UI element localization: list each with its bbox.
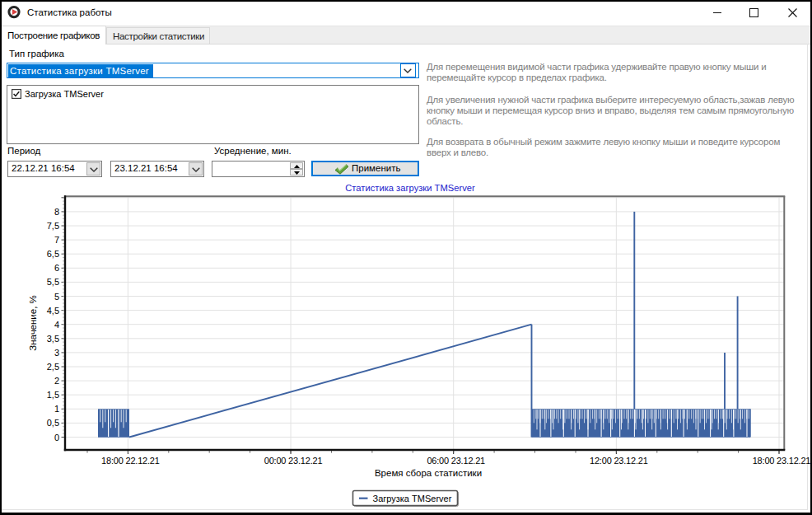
svg-text:7,5: 7,5: [47, 221, 59, 231]
svg-text:4,5: 4,5: [47, 306, 59, 316]
svg-text:3,5: 3,5: [47, 334, 59, 344]
svg-text:12:00 23.12.21: 12:00 23.12.21: [590, 456, 648, 466]
svg-text:00:00 23.12.21: 00:00 23.12.21: [264, 456, 323, 466]
svg-text:0: 0: [54, 433, 59, 442]
svg-text:2,5: 2,5: [47, 362, 59, 372]
svg-text:Время сбора статистики: Время сбора статистики: [375, 468, 482, 478]
svg-text:18:00 22.12.21: 18:00 22.12.21: [101, 456, 160, 466]
svg-text:6: 6: [54, 263, 59, 273]
svg-text:Статистика загрузки TMServer: Статистика загрузки TMServer: [345, 183, 475, 193]
svg-text:18:00 23.12.21: 18:00 23.12.21: [753, 456, 810, 466]
svg-text:Значение, %: Значение, %: [28, 295, 38, 351]
svg-text:7: 7: [54, 235, 59, 245]
svg-text:5: 5: [54, 292, 59, 302]
svg-text:1: 1: [54, 404, 59, 414]
svg-text:2: 2: [54, 376, 59, 386]
svg-text:1,5: 1,5: [47, 390, 59, 400]
svg-text:4: 4: [54, 320, 59, 330]
svg-text:3: 3: [54, 348, 59, 358]
svg-text:0,5: 0,5: [47, 418, 59, 428]
svg-text:Загрузка TMServer: Загрузка TMServer: [373, 494, 452, 503]
svg-text:8: 8: [54, 207, 59, 217]
svg-text:06:00 23.12.21: 06:00 23.12.21: [427, 456, 485, 466]
svg-text:5,5: 5,5: [47, 277, 59, 287]
svg-text:6,5: 6,5: [47, 249, 59, 259]
